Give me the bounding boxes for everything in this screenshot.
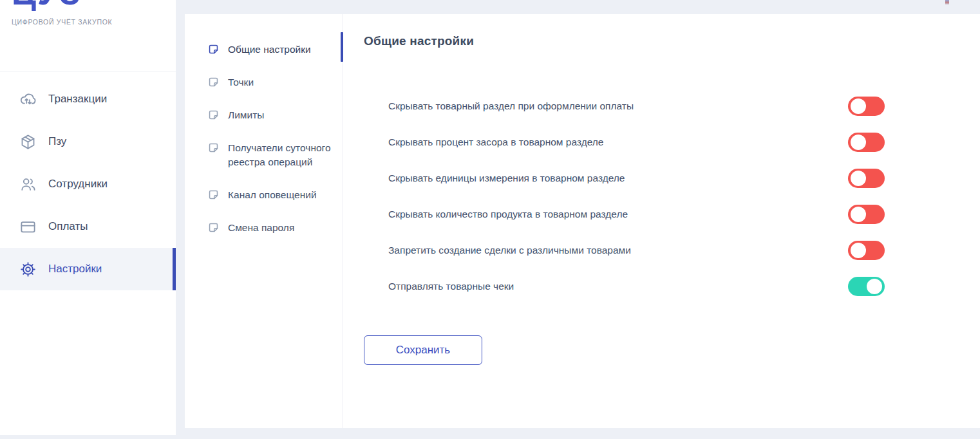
users-icon <box>19 176 37 193</box>
settings-content: Общие настройки Скрывать товарный раздел… <box>343 14 980 428</box>
setting-label: Скрывать количество продукта в товарном … <box>388 209 628 220</box>
setting-label: Скрывать единицы измерения в товарном ра… <box>388 173 625 184</box>
toggle-knob <box>867 279 882 294</box>
card-icon <box>19 218 37 236</box>
setting-row: Запретить создание сделки с различными т… <box>364 232 980 268</box>
setting-row: Скрывать процент засора в товарном разде… <box>364 124 980 160</box>
note-icon <box>207 221 220 234</box>
toggle-knob <box>851 171 866 186</box>
toggle-switch[interactable] <box>848 133 885 152</box>
note-icon <box>207 76 220 88</box>
toggle-switch[interactable] <box>848 97 885 116</box>
settings-nav-item-5[interactable]: Канал оповещений <box>207 188 343 202</box>
cloud-transfer-icon <box>19 91 37 108</box>
sidebar-item-label: Оплаты <box>48 220 88 233</box>
setting-label: Запретить создание сделки с различными т… <box>388 245 631 256</box>
save-button[interactable]: Сохранить <box>364 335 482 365</box>
sidebar-item-3[interactable]: Сотрудники <box>0 163 176 205</box>
settings-nav-label: Получатели суточного реестра операций <box>228 141 334 169</box>
toggle-switch[interactable] <box>848 241 885 260</box>
page-title: Общие настройки <box>364 34 980 48</box>
note-icon <box>207 189 220 201</box>
settings-nav-label: Смена пароля <box>228 221 294 235</box>
settings-nav-label: Точки <box>228 75 254 89</box>
toggle-switch[interactable] <box>848 169 885 188</box>
sidebar-item-2[interactable]: Пзу <box>0 120 176 163</box>
note-icon <box>207 142 220 154</box>
sidebar-item-label: Пзу <box>48 135 66 148</box>
setting-label: Скрывать товарный раздел при оформлении … <box>388 100 634 112</box>
main-sidebar: ЦУЗ цифровой учёт закупок ТранзакцииПзуС… <box>0 0 176 435</box>
note-icon <box>207 43 220 55</box>
cropped-icon-fragment <box>945 0 949 5</box>
settings-nav-item-2[interactable]: Точки <box>207 75 343 89</box>
sidebar-item-label: Транзакции <box>48 93 107 106</box>
sidebar-item-1[interactable]: Транзакции <box>0 78 176 120</box>
sidebar-item-label: Сотрудники <box>48 178 108 191</box>
setting-row: Скрывать единицы измерения в товарном ра… <box>364 160 980 196</box>
toggle-knob <box>851 135 866 150</box>
toggle-knob <box>851 243 866 258</box>
sidebar-item-5[interactable]: Настройки <box>0 248 176 290</box>
toggle-switch[interactable] <box>848 205 885 224</box>
settings-nav-item-1[interactable]: Общие настройки <box>207 42 343 57</box>
settings-nav-label: Канал оповещений <box>228 188 317 202</box>
sidebar-item-label: Настройки <box>48 263 102 276</box>
package-icon <box>19 133 37 151</box>
note-icon <box>207 109 220 121</box>
settings-nav-item-3[interactable]: Лимиты <box>207 108 343 122</box>
settings-nav: Общие настройкиТочкиЛимитыПолучатели сут… <box>185 14 343 428</box>
settings-nav-label: Лимиты <box>228 108 264 122</box>
settings-nav-item-4[interactable]: Получатели суточного реестра операций <box>207 141 343 169</box>
logo-text: ЦУЗ <box>12 0 164 11</box>
settings-nav-label: Общие настройки <box>228 42 311 57</box>
brand-logo: ЦУЗ цифровой учёт закупок <box>0 0 176 71</box>
toggle-knob <box>851 98 866 114</box>
setting-label: Отправлять товарные чеки <box>388 281 514 292</box>
settings-nav-item-6[interactable]: Смена пароля <box>207 221 343 235</box>
gear-icon <box>19 261 37 278</box>
sidebar-item-4[interactable]: Оплаты <box>0 205 176 248</box>
toggle-switch[interactable] <box>848 277 885 296</box>
logo-subtitle: цифровой учёт закупок <box>12 18 164 26</box>
sidebar-menu: ТранзакцииПзуСотрудникиОплатыНастройки <box>0 71 176 290</box>
setting-row: Скрывать количество продукта в товарном … <box>364 196 980 232</box>
setting-label: Скрывать процент засора в товарном разде… <box>388 136 603 148</box>
toggle-knob <box>851 207 866 222</box>
setting-row: Скрывать товарный раздел при оформлении … <box>364 88 980 124</box>
setting-row: Отправлять товарные чеки <box>364 268 980 304</box>
main-panel: Общие настройкиТочкиЛимитыПолучатели сут… <box>185 14 980 428</box>
toggle-rows: Скрывать товарный раздел при оформлении … <box>364 88 980 304</box>
